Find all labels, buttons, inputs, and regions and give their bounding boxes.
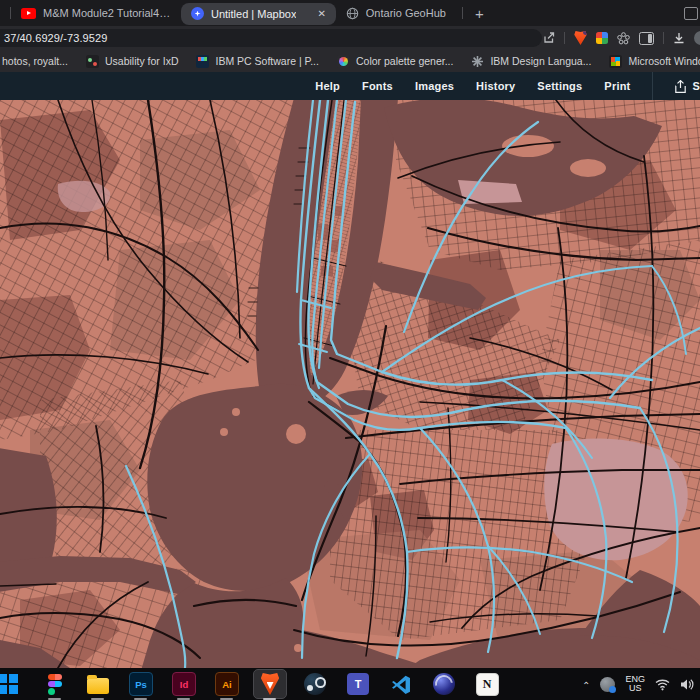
- taskbar-photoshop[interactable]: Ps: [129, 672, 153, 696]
- youtube-icon: [21, 8, 36, 19]
- share-icon[interactable]: [543, 32, 555, 44]
- taskbar-teams[interactable]: T: [346, 672, 370, 696]
- taskbar-brave-active[interactable]: [253, 669, 287, 699]
- mapbox-icon: [191, 7, 204, 20]
- indesign-icon: Id: [172, 672, 196, 696]
- profile-avatar[interactable]: [694, 31, 700, 45]
- address-bar-actions: [543, 26, 700, 50]
- cinema4d-icon: [433, 673, 455, 695]
- taskbar-cinema4d[interactable]: [432, 672, 456, 696]
- divider: [663, 32, 664, 44]
- tab-youtube[interactable]: M&M Module2 Tutorial4 - YouTube: [11, 0, 181, 26]
- browser-tab-bar: M&M Module2 Tutorial4 - YouTube Untitled…: [0, 0, 700, 26]
- onedrive-icon[interactable]: [600, 677, 615, 692]
- taskbar-indesign[interactable]: Id: [172, 672, 196, 696]
- bookmark-label: IBM PC Software | P...: [215, 55, 319, 67]
- vscode-icon: [390, 673, 412, 695]
- download-icon[interactable]: [673, 32, 685, 44]
- bookmark-color-palette[interactable]: Color palette gener...: [337, 55, 453, 68]
- brave-shield-icon[interactable]: [574, 31, 587, 45]
- tab-divider: [462, 7, 463, 19]
- illustrator-icon: Ai: [215, 672, 239, 696]
- menu-settings[interactable]: Settings: [537, 80, 582, 92]
- taskbar-file-explorer[interactable]: [86, 672, 110, 696]
- bookmark-label: Usability for IxD: [105, 55, 179, 67]
- taskbar-illustrator[interactable]: Ai: [215, 672, 239, 696]
- volume-icon[interactable]: [680, 678, 694, 691]
- tab-mapbox-active[interactable]: Untitled | Mapbox ✕: [181, 3, 336, 25]
- menu-fonts[interactable]: Fonts: [362, 80, 393, 92]
- bookmark-photos[interactable]: hotos, royalt...: [2, 55, 68, 67]
- tab-close-icon[interactable]: ✕: [317, 8, 325, 19]
- upload-icon: [675, 80, 686, 93]
- bookmark-usability-ixd[interactable]: Usability for IxD: [86, 55, 179, 68]
- taskbar-figma[interactable]: [43, 672, 67, 696]
- taskbar-notion[interactable]: N: [475, 672, 499, 696]
- region-code: US: [629, 684, 642, 693]
- map-canvas[interactable]: [0, 100, 700, 668]
- sidebar-toggle-icon[interactable]: [639, 32, 654, 45]
- favicon: [196, 55, 209, 68]
- browser-address-bar: 37/40.6929/-73.9529: [0, 26, 700, 50]
- menu-print[interactable]: Print: [604, 80, 630, 92]
- language-indicator[interactable]: ENG US: [625, 675, 645, 694]
- brave-icon: [261, 673, 280, 695]
- steam-icon: [304, 673, 326, 695]
- divider: [564, 32, 565, 44]
- share-button[interactable]: Share: [675, 80, 700, 93]
- desktop-screen: M&M Module2 Tutorial4 - YouTube Untitled…: [0, 0, 700, 700]
- figma-icon: [48, 674, 62, 695]
- tab-title: Untitled | Mapbox: [211, 8, 296, 20]
- map-render: [0, 100, 700, 668]
- taskbar-steam[interactable]: [303, 672, 327, 696]
- extension-colors-icon[interactable]: [596, 32, 608, 44]
- tab-title: Ontario GeoHub: [366, 7, 446, 19]
- start-button[interactable]: [0, 672, 24, 696]
- globe-icon: [346, 7, 359, 20]
- menu-images[interactable]: Images: [415, 80, 454, 92]
- mapbox-toolbar: Help Fonts Images History Settings Print…: [0, 72, 700, 100]
- bookmarks-bar: hotos, royalt... Usability for IxD IBM P…: [0, 50, 700, 72]
- system-tray: ⌃ ENG US: [582, 675, 700, 694]
- favicon: [337, 55, 350, 68]
- tab-title: M&M Module2 Tutorial4 - YouTube: [43, 7, 171, 19]
- menu-help[interactable]: Help: [315, 80, 340, 92]
- windows-taskbar: Ps Id Ai T N: [0, 668, 700, 700]
- url-text: 37/40.6929/-73.9529: [4, 32, 107, 44]
- bookmark-label: hotos, royalt...: [2, 55, 68, 67]
- extension-flower-icon[interactable]: [617, 32, 630, 45]
- folder-icon: [87, 678, 109, 694]
- shield-badge: [583, 29, 589, 35]
- tab-search-icon[interactable]: [684, 7, 698, 20]
- bookmark-ibm-design[interactable]: IBM Design Langua...: [471, 55, 591, 68]
- photoshop-icon: Ps: [129, 672, 153, 696]
- wifi-icon[interactable]: [655, 678, 670, 691]
- bookmark-microsoft-windows[interactable]: Microsoft Windows...: [609, 55, 700, 68]
- notion-icon: N: [476, 673, 499, 696]
- teams-icon: T: [347, 673, 369, 695]
- url-input[interactable]: 37/40.6929/-73.9529: [0, 29, 542, 47]
- taskbar-vscode[interactable]: [389, 672, 413, 696]
- favicon: [609, 55, 622, 68]
- tray-expand-icon[interactable]: ⌃: [582, 680, 590, 691]
- favicon: [471, 55, 484, 68]
- bookmark-label: Color palette gener...: [356, 55, 453, 67]
- new-tab-button[interactable]: +: [475, 5, 484, 22]
- mapbox-menu: Help Fonts Images History Settings Print…: [315, 72, 700, 100]
- bookmark-ibm-pc-software[interactable]: IBM PC Software | P...: [196, 55, 319, 68]
- divider: [652, 72, 653, 100]
- bookmark-label: Microsoft Windows...: [628, 55, 700, 67]
- bookmark-label: IBM Design Langua...: [490, 55, 591, 67]
- tab-ontario-geohub[interactable]: Ontario GeoHub: [336, 0, 456, 26]
- favicon: [86, 55, 99, 68]
- menu-history[interactable]: History: [476, 80, 515, 92]
- windows-icon: [0, 674, 18, 694]
